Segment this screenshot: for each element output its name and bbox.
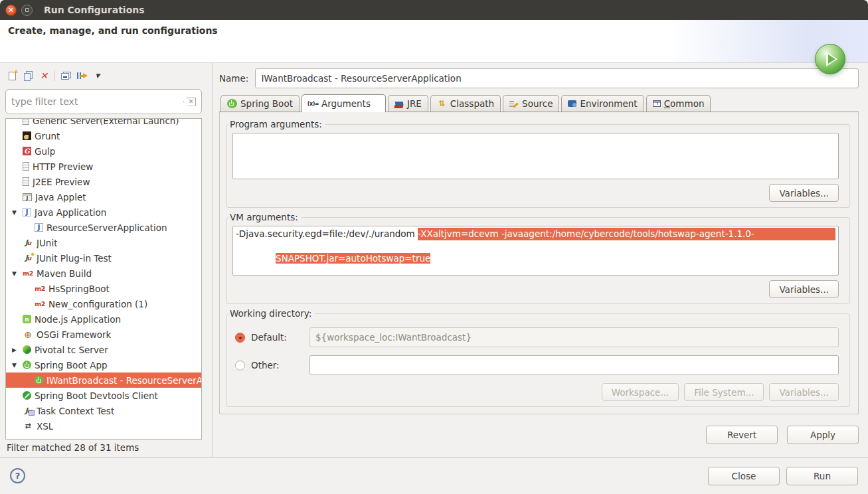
tree-item[interactable]: ⊕OSGi Framework xyxy=(6,327,201,342)
osgi-icon: ⊕ xyxy=(23,329,33,340)
node-icon: n xyxy=(23,315,31,323)
titlebar: ✕ Run Configurations xyxy=(0,0,868,20)
tab-environment[interactable]: Environment xyxy=(561,95,644,112)
program-arguments-label: Program arguments: xyxy=(228,119,325,129)
file-system-button[interactable]: File System... xyxy=(684,383,764,401)
tree-item-label: Pivotal tc Server xyxy=(35,345,108,355)
tree-item[interactable]: JResourceServerApplication xyxy=(6,220,201,235)
help-icon[interactable]: ? xyxy=(10,468,25,483)
configurations-tree: Generic Server(External Launch)GruntGGul… xyxy=(5,118,202,440)
tree-item[interactable]: ▼Spring Boot App xyxy=(6,357,201,372)
tree-item[interactable]: ▼m2Maven Build xyxy=(6,266,201,281)
tree-item[interactable]: JJava Applet xyxy=(6,189,201,205)
tree-item-label: Grunt xyxy=(35,131,60,141)
default-directory-input[interactable] xyxy=(309,327,839,347)
tree-item-label: Spring Boot App xyxy=(35,360,108,370)
expander-open-icon[interactable]: ▼ xyxy=(10,362,23,369)
vm-arguments-textarea[interactable]: -Djava.security.egd=file:/dev/./urandom … xyxy=(232,226,839,276)
expander-open-icon[interactable]: ▼ xyxy=(10,270,23,277)
tree-item[interactable]: HTTP Preview xyxy=(6,159,201,174)
tab-common[interactable]: Common xyxy=(646,95,711,112)
tree-item[interactable]: GGulp xyxy=(6,143,201,159)
tab-arguments[interactable]: (x)=Arguments xyxy=(302,94,386,112)
tab-jre[interactable]: JRE xyxy=(388,95,428,112)
tab-source[interactable]: Source xyxy=(503,95,559,112)
tree-item[interactable]: ▶Pivotal tc Server xyxy=(6,342,201,357)
tree-item[interactable]: J2EE Preview xyxy=(6,174,201,189)
program-arguments-textarea[interactable] xyxy=(232,133,839,179)
grunt-icon xyxy=(23,131,31,140)
tab-label: Spring Boot xyxy=(240,98,293,109)
environment-tab-icon xyxy=(568,100,576,107)
tree-item[interactable]: JuJUnit Plug-in Test xyxy=(6,250,201,266)
classpath-tab-icon: ⇅ xyxy=(437,99,447,108)
tree-item-label: J2EE Preview xyxy=(33,177,90,187)
tree-item-label: HsSpringBoot xyxy=(48,284,110,294)
dialog-heading: Create, manage, and run configurations xyxy=(8,25,218,36)
tree-item[interactable]: nNode.js Application xyxy=(6,311,201,327)
source-tab-icon xyxy=(509,100,519,108)
name-label: Name: xyxy=(219,73,248,84)
tree-item-label: OSGi Framework xyxy=(37,329,111,340)
filter-input[interactable] xyxy=(11,96,183,107)
vm-variables-button[interactable]: Variables... xyxy=(769,280,839,298)
revert-button[interactable]: Revert xyxy=(706,426,778,444)
delete-configuration-icon[interactable]: ✕ xyxy=(37,69,50,82)
tab-label: Arguments xyxy=(321,98,371,109)
tree-item[interactable]: m2HsSpringBoot xyxy=(6,281,201,296)
tree-item[interactable]: m2New_configuration (1) xyxy=(6,296,201,311)
maximize-window-icon[interactable] xyxy=(21,5,33,16)
tree-item-label: Node.js Application xyxy=(35,314,121,325)
tab-spring-boot[interactable]: Spring Boot xyxy=(220,95,300,112)
tab-bar: Spring Boot(x)=ArgumentsJRE⇅ClasspathSou… xyxy=(219,94,859,112)
tree-item[interactable]: IWantBroadcast - ResourceServerApplicati… xyxy=(6,372,201,388)
tree-item[interactable]: ⇄XSL xyxy=(6,418,201,434)
collapse-all-icon[interactable] xyxy=(59,69,72,82)
tree-item[interactable]: Spring Boot Devtools Client xyxy=(6,388,201,403)
panel-splitter[interactable] xyxy=(207,63,213,457)
server-icon xyxy=(23,162,29,171)
configurations-sidebar: ✕▼ ✕ Generic Server(External Launch)Grun… xyxy=(0,63,207,457)
close-window-icon[interactable]: ✕ xyxy=(5,5,17,16)
other-radio[interactable] xyxy=(235,361,245,370)
tree-item-label: Gulp xyxy=(35,146,55,157)
run-button[interactable]: Run xyxy=(786,467,858,485)
tree-item-label: HTTP Preview xyxy=(33,161,93,172)
apply-button[interactable]: Apply xyxy=(787,426,859,444)
filter-configurations-icon[interactable] xyxy=(75,69,88,82)
server-icon xyxy=(23,177,29,186)
workspace-button[interactable]: Workspace... xyxy=(602,383,679,401)
variables-button[interactable]: Variables... xyxy=(769,383,839,401)
other-directory-input[interactable] xyxy=(309,355,839,375)
tree-item-label: ResourceServerApplication xyxy=(46,222,167,233)
tree-item[interactable]: JuJUnit xyxy=(6,235,201,250)
tab-classpath[interactable]: ⇅Classpath xyxy=(430,95,501,112)
junit-icon: Ju xyxy=(23,238,33,248)
spring-boot-tab-icon xyxy=(227,99,237,108)
expander-open-icon[interactable]: ▼ xyxy=(10,209,23,216)
run-configurations-dialog: ✕ Run Configurations Create, manage, and… xyxy=(0,0,868,494)
tree-item-label: JUnit Plug-in Test xyxy=(37,253,112,264)
working-directory-label: Working directory: xyxy=(228,308,315,319)
new-configuration-icon[interactable] xyxy=(5,69,19,82)
pivotal-icon xyxy=(23,345,31,354)
tree-item[interactable]: Generic Server(External Launch) xyxy=(6,118,201,128)
program-variables-button[interactable]: Variables... xyxy=(769,184,839,202)
clear-filter-icon[interactable]: ✕ xyxy=(183,98,196,106)
tree-item[interactable]: JuTask Context Test xyxy=(6,403,201,418)
default-radio[interactable] xyxy=(235,333,245,343)
vm-arguments-selected-text: SNAPSHOT.jar=autoHotswap=true xyxy=(276,253,430,264)
tree-item[interactable]: Grunt xyxy=(6,128,201,143)
working-directory-group: Working directory: Default: Other: Works… xyxy=(226,313,850,407)
name-input[interactable] xyxy=(255,68,859,88)
close-button[interactable]: Close xyxy=(708,467,780,485)
expander-closed-icon[interactable]: ▶ xyxy=(10,347,23,353)
other-radio-label: Other: xyxy=(251,360,309,370)
tree-item-label: Generic Server(External Launch) xyxy=(33,118,179,126)
tree-item[interactable]: ▼JJava Application xyxy=(6,205,201,220)
toolbar-separator xyxy=(54,70,55,81)
duplicate-configuration-icon[interactable] xyxy=(21,69,35,82)
server-icon xyxy=(23,118,29,125)
m2-icon: m2 xyxy=(35,284,45,294)
toolbar-menu-icon[interactable]: ▼ xyxy=(91,69,104,82)
